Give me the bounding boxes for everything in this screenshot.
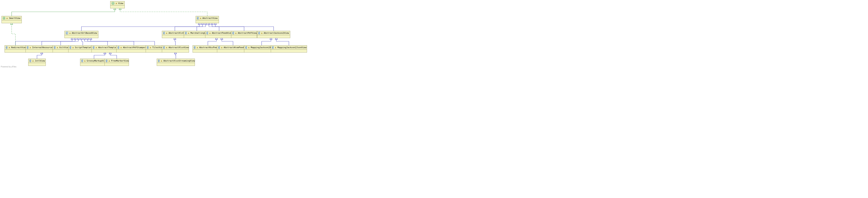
hierarchy-triangle-icon — [275, 47, 276, 48]
edge-scripttmpl-to-abstracturlbased — [82, 37, 83, 45]
edge-groovymarkup-to-abstracttmpl — [94, 52, 105, 58]
class-icon: C — [185, 32, 187, 35]
uml-node-label: AbstractFeedView — [212, 32, 232, 34]
class-icon: C — [93, 46, 94, 49]
hierarchy-triangle-icon — [108, 60, 110, 62]
hierarchy-triangle-icon — [8, 47, 10, 48]
edge-internalres-to-abstracturlbased — [42, 37, 75, 45]
uml-node-abstractjackson2[interactable]: CAbstractJackson2View — [257, 31, 290, 38]
class-icon: C — [207, 32, 208, 35]
edge-abstractfeed-to-abstractview — [209, 23, 219, 31]
edge-mj2xml-to-abstractjackson2 — [261, 37, 271, 45]
uml-node-label: AbstractJackson2View — [264, 32, 289, 34]
uml-node-body — [257, 35, 290, 38]
edge-abstracturlbased-to-abstractview — [82, 23, 199, 31]
hierarchy-triangle-icon — [57, 47, 58, 48]
uml-node-body — [65, 35, 98, 38]
uml-node-abstractxlsx[interactable]: CAbstractXlsxView — [162, 45, 189, 52]
uml-node-redirect[interactable]: CRedirectView — [5, 45, 26, 52]
edge-freemarker-to-abstracttmpl — [110, 52, 117, 58]
hierarchy-triangle-icon — [235, 32, 237, 34]
uml-node-label: GroovyMarkupView — [87, 60, 107, 62]
edge-abstractpdfview-to-abstractview — [212, 23, 244, 31]
hierarchy-triangle-icon — [96, 47, 97, 48]
uml-node-xslt[interactable]: CXsltView — [53, 45, 69, 52]
interface-icon: I — [112, 2, 115, 5]
uml-node-label: MappingJackson2JsonView — [277, 46, 306, 49]
hierarchy-triangle-icon — [200, 17, 202, 19]
class-icon: C — [163, 32, 165, 35]
class-icon: C — [106, 60, 107, 62]
class-icon: C — [147, 46, 149, 49]
uml-node-body — [157, 63, 195, 66]
hierarchy-triangle-icon — [209, 32, 211, 34]
uml-node-abstractpdfview[interactable]: CAbstractPdfView — [231, 31, 257, 38]
class-icon: C — [245, 46, 247, 49]
uml-node-body — [146, 50, 163, 52]
hierarchy-triangle-icon — [32, 60, 34, 62]
edge-abstractjackson2-to-abstractview — [215, 23, 274, 31]
uml-node-body — [231, 35, 257, 38]
edge-marshalling-to-abstractview — [197, 23, 206, 31]
class-icon: C — [70, 46, 71, 49]
hierarchy-triangle-icon — [161, 60, 162, 62]
class-icon: C — [272, 46, 274, 49]
uml-node-label: AbstractView — [203, 17, 218, 19]
hierarchy-triangle-icon — [261, 32, 262, 34]
class-icon: C — [30, 60, 31, 62]
uml-node-label: XsltView — [59, 46, 69, 49]
edge-xlsxstreaming-to-abstractxlsx — [176, 52, 176, 58]
class-icon: C — [54, 46, 56, 49]
uml-node-label: AbstractXlsxStreamingView — [163, 60, 195, 62]
uml-node-label: RedirectView — [11, 46, 26, 49]
edge-xslt-to-abstracturlbased — [61, 37, 79, 45]
uml-node-body — [111, 5, 125, 8]
uml-node-xlsxstreaming[interactable]: CAbstractXlsxStreamingView — [157, 58, 195, 66]
uml-node-tiles[interactable]: CTilesView — [146, 45, 164, 52]
uml-node-label: FreeMarkerView — [111, 60, 129, 62]
class-icon: C — [232, 32, 234, 35]
uml-node-smartview[interactable]: ISmartView — [2, 16, 22, 23]
edge-abstracttmpl-to-abstracturlbased — [85, 37, 107, 45]
class-icon: C — [118, 46, 119, 49]
edge-smartview-to-view — [12, 8, 115, 16]
hierarchy-triangle-icon — [166, 47, 167, 48]
hierarchy-triangle-icon — [30, 47, 31, 48]
hierarchy-triangle-icon — [166, 32, 167, 34]
hierarchy-triangle-icon — [69, 32, 71, 34]
hierarchy-triangle-icon — [72, 47, 74, 48]
uml-node-body — [80, 63, 108, 66]
uml-node-abstractview[interactable]: CAbstractView — [196, 16, 219, 23]
edge-mj2json-to-abstractjackson2 — [276, 37, 289, 45]
hierarchy-triangle-icon — [116, 3, 117, 4]
edge-jstl-to-internalres — [37, 52, 42, 58]
uml-node-label: AbstractPdfView — [238, 32, 257, 34]
uml-node-label: JstlView — [35, 60, 45, 62]
uml-node-body — [5, 50, 26, 52]
uml-node-jstl[interactable]: CJstlView — [28, 58, 46, 66]
edge-redirect-to-smartview — [12, 23, 16, 45]
uml-node-mj2json[interactable]: CMappingJackson2JsonView — [271, 45, 307, 52]
uml-node-label: View — [118, 2, 123, 5]
edge-abstractrssfeed-to-abstractfeed — [208, 37, 216, 45]
edge-abstractpdfstamp-to-abstracturlbased — [88, 37, 134, 45]
uml-node-view[interactable]: IView — [110, 1, 125, 8]
edge-abstractview-to-view — [120, 8, 207, 16]
class-icon: C — [194, 46, 195, 49]
class-icon: C — [158, 60, 160, 62]
edge-abstractxlsview-to-abstractview — [175, 23, 203, 31]
uml-node-body — [28, 63, 45, 66]
uml-node-groovymarkup[interactable]: CGroovyMarkupView — [80, 58, 108, 66]
uml-node-body — [205, 35, 233, 38]
edge-abstractatomfeed-to-abstractfeed — [222, 37, 233, 45]
uml-node-body — [53, 50, 68, 52]
hierarchy-triangle-icon — [84, 60, 86, 62]
class-icon: C — [258, 32, 260, 35]
uml-node-abstractfeed[interactable]: CAbstractFeedView — [205, 31, 233, 38]
class-icon: C — [197, 17, 199, 19]
class-icon: C — [6, 46, 7, 49]
uml-node-body — [2, 21, 22, 23]
hierarchy-triangle-icon — [248, 47, 250, 48]
uml-node-abstracturlbased[interactable]: CAbstractUrlBasedView — [64, 31, 98, 38]
uml-node-freemarker[interactable]: CFreeMarkerView — [104, 58, 129, 66]
